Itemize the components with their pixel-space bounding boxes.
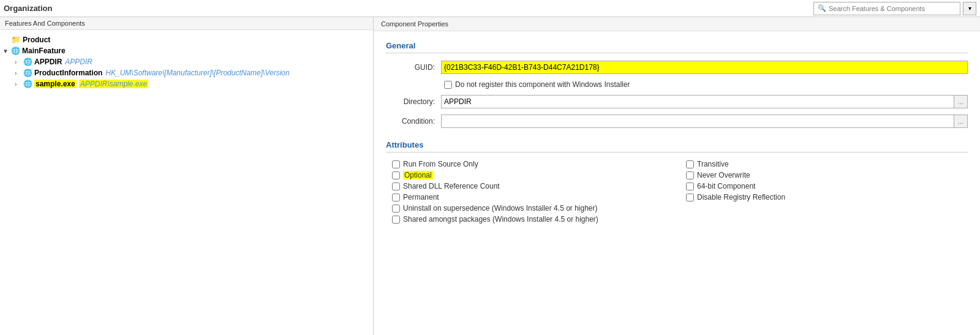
attr-shared-packages: Shared amongst packages (Windows Install… xyxy=(392,215,968,224)
general-section-title: General xyxy=(386,41,968,53)
productinfo-toggle[interactable]: › xyxy=(15,70,23,77)
attr-uninstall-supersede: Uninstall on supersedence (Windows Insta… xyxy=(392,204,968,213)
attr-64bit: 64-bit Component xyxy=(686,182,968,190)
title-bar-actions: 🔍 ▾ xyxy=(813,2,976,15)
left-panel: Features And Components 📁 Product ▼ 🌐 Ma… xyxy=(0,17,374,335)
guid-row: GUID: xyxy=(386,61,968,74)
disable-registry-checkbox[interactable] xyxy=(686,194,694,201)
left-panel-header: Features And Components xyxy=(0,17,373,30)
productinfo-label: ProductInformation xyxy=(34,69,102,77)
attr-permanent: Permanent xyxy=(392,193,674,201)
directory-label: Directory: xyxy=(386,97,441,106)
sampleexe-label: sample.exe xyxy=(34,80,77,88)
tree-item-sampleexe[interactable]: › 🌐 sample.exe APPDIR\sample.exe xyxy=(2,78,371,89)
shared-packages-checkbox[interactable] xyxy=(392,216,400,224)
transitive-checkbox[interactable] xyxy=(686,160,694,168)
folder-icon: 📁 xyxy=(11,35,21,44)
do-not-register-row: Do not register this component with Wind… xyxy=(438,80,968,89)
condition-label: Condition: xyxy=(386,117,441,126)
shared-dll-checkbox[interactable] xyxy=(392,183,400,190)
appdir-icon: 🌐 xyxy=(23,58,32,66)
directory-input-group: … xyxy=(441,95,968,108)
tree-item-appdir[interactable]: › 🌐 APPDIR APPDIR xyxy=(2,56,371,67)
condition-browse-button[interactable]: … xyxy=(954,115,968,128)
transitive-label: Transitive xyxy=(697,160,729,168)
attr-never-overwrite: Never Overwrite xyxy=(686,171,968,179)
attr-transitive: Transitive xyxy=(686,160,968,168)
optional-label: Optional xyxy=(403,171,433,179)
do-not-register-label: Do not register this component with Wind… xyxy=(455,80,630,89)
permanent-checkbox[interactable] xyxy=(392,194,400,201)
right-panel-content: General GUID: Do not register this compo… xyxy=(374,31,980,246)
directory-row: Directory: … xyxy=(386,95,968,108)
attributes-section-title: Attributes xyxy=(386,140,968,152)
search-dropdown-button[interactable]: ▾ xyxy=(963,2,976,15)
permanent-label: Permanent xyxy=(403,193,439,201)
never-overwrite-label: Never Overwrite xyxy=(697,171,750,179)
do-not-register-checkbox[interactable] xyxy=(444,81,452,89)
64bit-label: 64-bit Component xyxy=(697,182,755,190)
sampleexe-sublabel: APPDIR\sample.exe xyxy=(79,80,148,88)
shared-packages-label: Shared amongst packages (Windows Install… xyxy=(403,215,598,224)
directory-browse-button[interactable]: … xyxy=(954,95,968,108)
sampleexe-toggle[interactable]: › xyxy=(15,81,23,88)
appdir-label: APPDIR xyxy=(34,58,62,66)
tree-item-mainfeature[interactable]: ▼ 🌐 MainFeature xyxy=(2,45,371,56)
product-label: Product xyxy=(23,36,50,44)
tree-item-productinfo[interactable]: › 🌐 ProductInformation HK_UM\Software\[M… xyxy=(2,67,371,78)
directory-input[interactable] xyxy=(441,95,954,108)
sampleexe-icon: 🌐 xyxy=(23,80,32,88)
never-overwrite-checkbox[interactable] xyxy=(686,171,694,179)
attr-disable-registry: Disable Registry Reflection xyxy=(686,193,968,201)
uninstall-supersede-label: Uninstall on supersedence (Windows Insta… xyxy=(403,204,598,213)
title-bar: Organization 🔍 ▾ xyxy=(0,0,980,17)
window-title: Organization xyxy=(4,4,52,13)
appdir-toggle[interactable]: › xyxy=(15,59,23,66)
condition-input[interactable] xyxy=(441,115,954,128)
guid-input[interactable] xyxy=(441,61,968,74)
search-input[interactable] xyxy=(829,5,945,12)
uninstall-supersede-checkbox[interactable] xyxy=(392,205,400,213)
attr-run-from-source: Run From Source Only xyxy=(392,160,674,168)
right-panel: Component Properties General GUID: Do no… xyxy=(374,17,980,335)
tree-item-product[interactable]: 📁 Product xyxy=(2,34,371,45)
mainfeature-label: MainFeature xyxy=(22,47,66,55)
disable-registry-label: Disable Registry Reflection xyxy=(697,193,785,201)
tree-area: 📁 Product ▼ 🌐 MainFeature › 🌐 APPDIR APP… xyxy=(0,30,373,335)
attributes-section: Attributes Run From Source Only Transiti… xyxy=(386,140,968,224)
search-box: 🔍 xyxy=(813,2,960,15)
appdir-sublabel: APPDIR xyxy=(65,58,92,66)
right-panel-header: Component Properties xyxy=(374,17,980,31)
attr-optional: Optional xyxy=(392,171,674,179)
mainfeature-icon: 🌐 xyxy=(11,47,20,55)
shared-dll-label: Shared DLL Reference Count xyxy=(403,182,500,190)
search-icon: 🔍 xyxy=(818,4,826,12)
mainfeature-toggle[interactable]: ▼ xyxy=(2,48,11,55)
condition-input-group: … xyxy=(441,115,968,128)
productinfo-sublabel: HK_UM\Software\[Manufacturer]\[ProductNa… xyxy=(105,69,289,77)
optional-checkbox[interactable] xyxy=(392,171,400,179)
productinfo-icon: 🌐 xyxy=(23,69,32,77)
run-from-source-checkbox[interactable] xyxy=(392,160,400,168)
main-container: Features And Components 📁 Product ▼ 🌐 Ma… xyxy=(0,17,980,335)
guid-label: GUID: xyxy=(386,63,441,72)
64bit-checkbox[interactable] xyxy=(686,183,694,190)
condition-row: Condition: … xyxy=(386,115,968,128)
general-section: General GUID: Do not register this compo… xyxy=(386,41,968,128)
attributes-grid: Run From Source Only Transitive Optional xyxy=(386,160,968,224)
run-from-source-label: Run From Source Only xyxy=(403,160,478,168)
attr-shared-dll: Shared DLL Reference Count xyxy=(392,182,674,190)
